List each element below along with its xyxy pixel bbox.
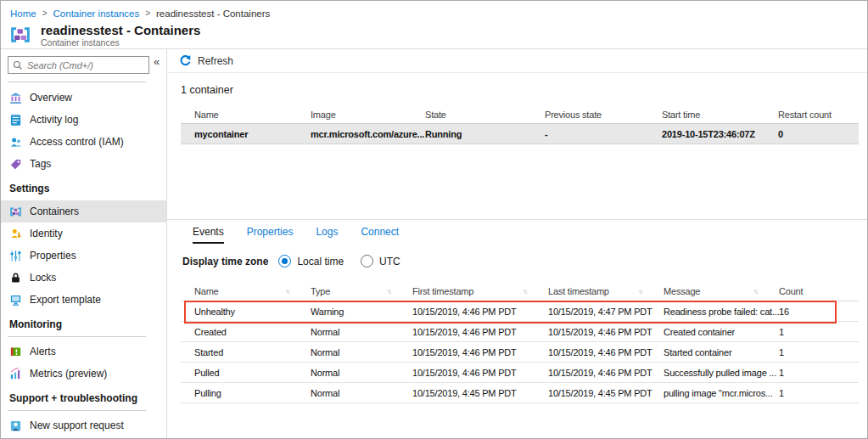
metrics-icon xyxy=(9,368,22,380)
sort-icon: ↑↓ xyxy=(387,288,390,295)
event-first-timestamp: 10/15/2019, 4:45 PM PDT xyxy=(412,388,548,398)
column-header-message[interactable]: Message↑↓ xyxy=(664,286,779,296)
column-header-last-timestamp[interactable]: Last timestamp↑↓ xyxy=(548,286,664,296)
breadcrumb-container-instances[interactable]: Container instances xyxy=(53,8,140,19)
breadcrumb-separator: > xyxy=(145,8,150,18)
sidebar-divider xyxy=(8,82,146,82)
page-title: readinesstest - Containers xyxy=(41,23,200,37)
event-row-created[interactable]: Created Normal 10/15/2019, 4:46 PM PDT 1… xyxy=(181,322,859,342)
sidebar-item-access-control[interactable]: Access control (IAM) xyxy=(1,131,166,153)
sidebar-item-label: Access control (IAM) xyxy=(30,136,124,148)
event-last-timestamp: 10/15/2019, 4:46 PM PDT xyxy=(548,368,664,378)
access-control-icon xyxy=(9,136,22,149)
page-header: readinesstest - Containers Container ins… xyxy=(1,20,867,49)
event-first-timestamp: 10/15/2019, 4:46 PM PDT xyxy=(412,347,548,357)
events-table-header: Name↑↓ Type↑↓ First timestamp↑↓ Last tim… xyxy=(181,282,859,301)
column-header: Image xyxy=(311,110,425,120)
radio-label: UTC xyxy=(379,256,400,267)
tags-icon xyxy=(9,158,22,171)
sidebar-item-label: Tags xyxy=(30,158,51,170)
column-header-type[interactable]: Type↑↓ xyxy=(311,286,412,296)
event-row-started[interactable]: Started Normal 10/15/2019, 4:46 PM PDT 1… xyxy=(181,342,859,363)
locks-icon xyxy=(9,272,22,284)
sidebar-item-containers[interactable]: Containers xyxy=(1,200,166,222)
sidebar-item-label: Export template xyxy=(30,294,101,306)
radio-unselected-icon xyxy=(361,255,373,267)
container-name: mycontainer xyxy=(194,129,311,139)
sidebar-item-metrics[interactable]: Metrics (preview) xyxy=(1,363,166,385)
sidebar-section-settings: Settings xyxy=(1,175,166,200)
sidebar-section-monitoring: Monitoring xyxy=(1,311,166,336)
event-first-timestamp: 10/15/2019, 4:46 PM PDT xyxy=(412,307,548,317)
sidebar-item-locks[interactable]: Locks xyxy=(1,267,166,289)
containers-table-header: Name Image State Previous state Start ti… xyxy=(181,106,859,124)
event-last-timestamp: 10/15/2019, 4:45 PM PDT xyxy=(548,388,664,398)
event-count: 16 xyxy=(779,307,859,317)
column-header-first-timestamp[interactable]: First timestamp↑↓ xyxy=(412,286,548,296)
event-message: pulling image "mcr.micros... xyxy=(664,388,779,398)
event-last-timestamp: 10/15/2019, 4:46 PM PDT xyxy=(548,347,664,357)
container-row-mycontainer[interactable]: mycontainer mcr.microsoft.com/azure... R… xyxy=(181,124,859,144)
event-type: Normal xyxy=(311,368,412,378)
event-last-timestamp: 10/15/2019, 4:46 PM PDT xyxy=(548,327,664,337)
tab-logs[interactable]: Logs xyxy=(316,226,338,244)
sidebar-item-activity-log[interactable]: Activity log xyxy=(1,109,166,131)
event-row-unhealthy[interactable]: Unhealthy Warning 10/15/2019, 4:46 PM PD… xyxy=(181,301,859,322)
column-header-count[interactable]: Count xyxy=(779,286,859,296)
event-name: Unhealthy xyxy=(194,307,311,317)
container-state: Running xyxy=(425,129,545,139)
event-count: 1 xyxy=(779,388,859,398)
search-input[interactable] xyxy=(27,60,144,70)
radio-local-time[interactable]: Local time xyxy=(278,255,344,267)
sidebar-item-alerts[interactable]: Alerts xyxy=(1,341,166,363)
sidebar-item-export-template[interactable]: Export template xyxy=(1,289,166,311)
sidebar: « Overview Activity log Access control xyxy=(1,49,167,438)
sort-icon: ↑↓ xyxy=(523,288,526,295)
sidebar-item-tags[interactable]: Tags xyxy=(1,153,166,175)
event-row-pulling[interactable]: Pulling Normal 10/15/2019, 4:45 PM PDT 1… xyxy=(181,383,859,403)
event-type: Normal xyxy=(311,327,412,337)
refresh-icon xyxy=(179,54,192,67)
sidebar-item-label: Metrics (preview) xyxy=(30,368,107,380)
sidebar-item-label: Identity xyxy=(30,228,63,239)
refresh-button[interactable]: Refresh xyxy=(179,54,233,67)
container-image: mcr.microsoft.com/azure... xyxy=(311,129,425,139)
event-count: 1 xyxy=(779,347,859,357)
sidebar-divider xyxy=(8,336,146,337)
page-subtitle: Container instances xyxy=(41,37,200,48)
sidebar-item-identity[interactable]: Identity xyxy=(1,222,166,245)
alerts-icon xyxy=(9,346,22,358)
event-row-pulled[interactable]: Pulled Normal 10/15/2019, 4:46 PM PDT 10… xyxy=(181,363,859,383)
events-table: Name↑↓ Type↑↓ First timestamp↑↓ Last tim… xyxy=(167,282,867,403)
container-count: 1 container xyxy=(181,84,867,96)
activity-log-icon xyxy=(9,114,22,127)
command-bar: Refresh xyxy=(167,49,867,73)
container-previous-state: - xyxy=(545,129,662,139)
identity-icon xyxy=(9,228,22,240)
collapse-sidebar-icon[interactable]: « xyxy=(149,56,164,67)
tab-connect[interactable]: Connect xyxy=(361,226,399,244)
event-first-timestamp: 10/15/2019, 4:46 PM PDT xyxy=(412,327,548,337)
sidebar-item-overview[interactable]: Overview xyxy=(1,87,166,109)
sidebar-item-new-support-request[interactable]: New support request xyxy=(1,414,166,436)
event-type: Normal xyxy=(311,388,412,398)
container-start-time: 2019-10-15T23:46:07Z xyxy=(662,129,778,139)
sidebar-item-label: Alerts xyxy=(30,346,56,357)
breadcrumb-home[interactable]: Home xyxy=(10,8,36,19)
event-count: 1 xyxy=(779,327,859,337)
tab-events[interactable]: Events xyxy=(193,226,224,244)
tab-properties[interactable]: Properties xyxy=(247,226,294,244)
event-last-timestamp: 10/15/2019, 4:47 PM PDT xyxy=(548,307,664,317)
container-restart-count: 0 xyxy=(778,129,859,139)
sort-icon: ↑↓ xyxy=(753,288,757,295)
column-header: Start time xyxy=(662,110,778,120)
sidebar-item-label: Locks xyxy=(30,272,56,284)
radio-utc[interactable]: UTC xyxy=(361,255,400,267)
sidebar-item-properties[interactable]: Properties xyxy=(1,245,166,267)
export-template-icon xyxy=(9,294,22,307)
detail-tabs: Events Properties Logs Connect xyxy=(167,220,867,244)
main-content: Refresh 1 container Name Image State Pre… xyxy=(167,49,867,438)
overview-icon xyxy=(9,92,22,104)
column-header-name[interactable]: Name↑↓ xyxy=(194,286,311,296)
sidebar-item-label: New support request xyxy=(30,419,124,431)
